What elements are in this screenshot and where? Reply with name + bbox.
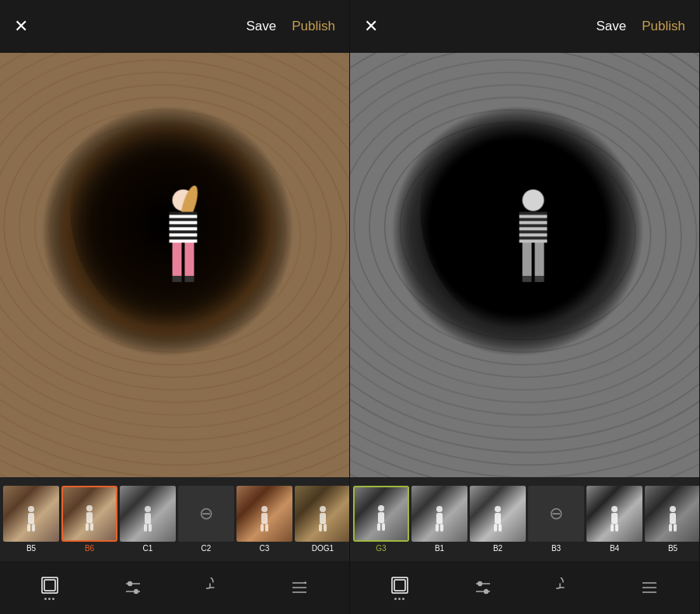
filter-b2-thumb [470, 486, 526, 542]
filter-b5-right-label: B5 [668, 544, 677, 553]
filter-c3-label: C3 [260, 544, 270, 553]
left-panel: ✕ Save Publish B5 [0, 0, 350, 614]
person-silhouette [432, 505, 446, 533]
svg-rect-45 [499, 524, 502, 532]
filter-g3-label: G3 [376, 544, 386, 553]
svg-point-29 [134, 590, 138, 594]
filter-c2[interactable]: ⊖ C2 [178, 486, 234, 553]
svg-point-8 [145, 506, 151, 512]
svg-rect-19 [324, 524, 327, 532]
filter-b5[interactable]: B5 [3, 486, 59, 553]
filter-b2[interactable]: B2 [470, 486, 526, 553]
filter-c3-thumb [236, 486, 292, 542]
filter-b4[interactable]: B4 [586, 486, 642, 553]
svg-rect-7 [90, 523, 93, 531]
left-bottom-toolbar [0, 561, 349, 614]
filter-c1[interactable]: C1 [120, 486, 176, 553]
filter-b1-thumb [411, 486, 467, 542]
left-tool-frames[interactable] [26, 568, 73, 607]
right-panel: ✕ Save Publish G3 [350, 0, 700, 614]
filter-dog1-label: DOG1 [312, 544, 334, 553]
svg-rect-59 [394, 580, 405, 591]
left-image-area [0, 53, 349, 477]
person-silhouette [316, 505, 330, 533]
right-publish-button[interactable]: Publish [642, 19, 685, 34]
filter-c2-label: C2 [201, 544, 212, 553]
svg-rect-52 [669, 524, 672, 532]
history-icon-right [556, 577, 576, 598]
filter-b3[interactable]: ⊖ B3 [528, 486, 584, 553]
person-silhouette [257, 505, 271, 533]
frames-dots-right [394, 598, 404, 600]
right-image-area [350, 53, 699, 477]
filter-b3-label: B3 [551, 544, 561, 553]
svg-rect-51 [670, 513, 676, 524]
right-bottom-toolbar [350, 561, 699, 614]
person-silhouette [491, 505, 505, 533]
svg-rect-18 [319, 524, 322, 532]
filter-g3[interactable]: G3 [353, 486, 409, 553]
right-tool-frames[interactable] [376, 568, 423, 607]
filter-dog1-thumb [295, 486, 349, 542]
left-tool-adjust[interactable] [110, 568, 156, 607]
right-close-button[interactable]: ✕ [364, 18, 378, 35]
right-tool-history[interactable] [543, 568, 590, 607]
svg-rect-5 [86, 512, 93, 523]
left-save-button[interactable]: Save [246, 19, 276, 34]
svg-rect-36 [377, 523, 380, 531]
right-tool-adjust[interactable] [460, 568, 506, 607]
left-close-button[interactable]: ✕ [14, 18, 28, 35]
star-list-icon [289, 577, 310, 598]
svg-point-50 [670, 506, 676, 512]
svg-rect-14 [261, 524, 264, 532]
svg-point-61 [478, 582, 481, 586]
person-silhouette [666, 505, 680, 533]
svg-point-4 [86, 505, 93, 511]
person-silhouette [141, 505, 155, 533]
filter-b5-thumb [3, 486, 59, 542]
filter-dog1[interactable]: DOG1 [295, 486, 349, 553]
svg-rect-47 [611, 513, 618, 524]
svg-point-46 [611, 506, 618, 512]
history-icon [206, 577, 226, 598]
filter-b1-label: B1 [435, 544, 444, 553]
frames-dots [44, 598, 54, 600]
filter-c3[interactable]: C3 [236, 486, 292, 553]
right-top-actions: Save Publish [596, 19, 685, 34]
svg-rect-43 [495, 513, 501, 524]
svg-rect-6 [86, 523, 89, 531]
svg-rect-17 [320, 513, 326, 524]
svg-point-34 [378, 505, 384, 511]
svg-point-16 [320, 506, 326, 512]
left-tool-favorites[interactable] [276, 568, 323, 607]
frames-icon [40, 575, 60, 595]
right-filter-strip[interactable]: G3 B1 [350, 477, 699, 561]
filter-c1-label: C1 [143, 544, 153, 553]
filter-b5-right[interactable]: B5 [645, 486, 699, 553]
filter-g3-thumb [353, 486, 409, 542]
star-list-icon-right [639, 577, 660, 598]
right-tool-favorites[interactable] [626, 568, 673, 607]
person-silhouette [82, 504, 96, 532]
left-publish-button[interactable]: Publish [292, 19, 335, 34]
left-tool-history[interactable] [193, 568, 240, 607]
filter-b3-thumb: ⊖ [528, 486, 584, 542]
filter-b2-label: B2 [493, 544, 502, 553]
frames-icon-right [390, 575, 410, 595]
svg-point-63 [484, 590, 488, 594]
svg-rect-37 [382, 523, 385, 531]
person-silhouette [374, 504, 388, 532]
svg-rect-25 [44, 580, 55, 591]
filter-b6[interactable]: B6 [61, 486, 117, 553]
svg-point-0 [28, 506, 34, 512]
filter-b1[interactable]: B1 [411, 486, 467, 553]
filter-c2-thumb: ⊖ [178, 486, 234, 542]
filter-b4-label: B4 [610, 544, 619, 553]
svg-rect-2 [27, 524, 30, 532]
left-filter-strip[interactable]: B5 B6 [0, 477, 349, 561]
lock-icon: ⊖ [199, 504, 213, 524]
svg-point-27 [128, 582, 131, 586]
right-save-button[interactable]: Save [596, 19, 626, 34]
left-top-actions: Save Publish [246, 19, 335, 34]
svg-rect-11 [149, 524, 152, 532]
